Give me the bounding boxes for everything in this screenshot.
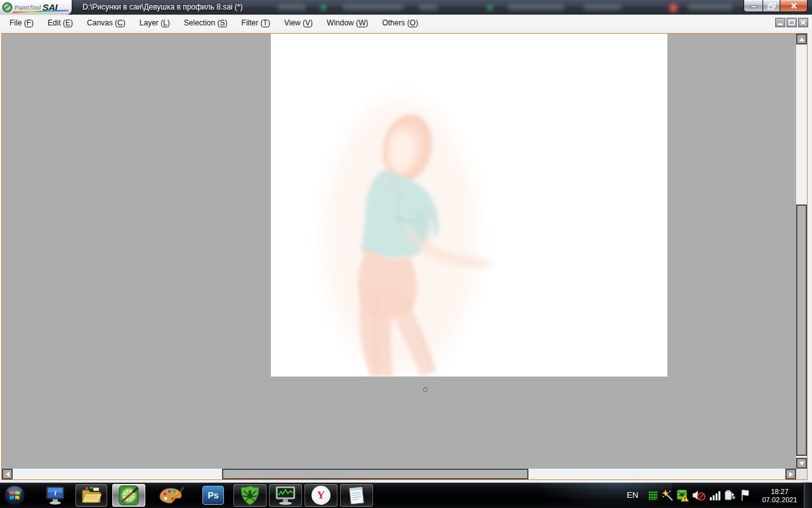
close-button[interactable] [780, 0, 808, 12]
menu-filter[interactable]: Filter (T) [235, 15, 277, 30]
photoshop-icon: Ps [202, 486, 224, 505]
yandex-browser-icon: Y [311, 486, 331, 505]
canvas-document-view [1, 33, 808, 480]
menu-edit[interactable]: Edit (E) [41, 15, 80, 30]
logo-brand-text: PaintTool [15, 4, 41, 11]
sai-logo-icon [2, 2, 13, 13]
dr-web-warning-icon[interactable] [676, 489, 689, 502]
window-titlebar[interactable]: PaintTool SAI D:\Рисунки в саи\Девушка в… [0, 0, 812, 15]
document-window-controls [775, 18, 808, 27]
doc-minimize-button[interactable] [775, 18, 785, 27]
menu-bar: File (F) Edit (E) Canvas (C) Layer (L) S… [0, 15, 812, 30]
network-signal-icon[interactable] [709, 490, 721, 500]
menu-others[interactable]: Others (O) [375, 15, 425, 30]
desktop-screen: PaintTool SAI D:\Рисунки в саи\Девушка в… [0, 0, 812, 508]
taskbar: i [0, 483, 812, 508]
left-arrow-icon [6, 472, 10, 477]
doc-close-button[interactable] [798, 18, 808, 27]
scrollbar-corner [796, 469, 807, 479]
minimize-button[interactable] [743, 0, 763, 12]
menu-canvas[interactable]: Canvas (C) [80, 15, 133, 30]
window-title: D:\Рисунки в саи\Девушка в профиль 8.sai… [82, 0, 243, 15]
taskbar-notepad-button[interactable] [340, 484, 373, 507]
menu-window[interactable]: Window (W) [320, 15, 375, 30]
taskbar-explorer-button[interactable] [75, 484, 107, 507]
doc-maximize-button[interactable] [787, 18, 797, 27]
taskbar-palette-button[interactable] [157, 486, 185, 505]
taskbar-resource-monitor-button[interactable] [269, 484, 302, 507]
down-arrow-icon [799, 462, 804, 465]
figure-sketch [271, 34, 667, 377]
taskbar-clock[interactable]: 18:27 07.02.2021 [756, 483, 803, 508]
restore-button[interactable] [763, 0, 780, 12]
horizontal-scroll-thumb[interactable] [222, 469, 528, 479]
menu-view[interactable]: View (V) [277, 15, 320, 30]
scroll-left-button[interactable] [2, 469, 13, 479]
taskbar-yandex-browser-button[interactable]: Y [304, 484, 337, 507]
scroll-right-button[interactable] [785, 469, 796, 479]
menu-file[interactable]: File (F) [3, 15, 41, 30]
start-button[interactable] [4, 485, 25, 506]
language-indicator[interactable]: EN [627, 483, 638, 508]
vertical-scrollbar[interactable] [796, 34, 807, 469]
clock-time: 18:27 [756, 488, 803, 495]
taskbar-system-info-button[interactable]: i [44, 486, 66, 505]
up-arrow-icon [799, 37, 804, 41]
scroll-up-button[interactable] [796, 34, 807, 44]
paint-palette-icon [158, 486, 185, 505]
grid-indicator-icon[interactable] [648, 490, 658, 500]
taskbar-photoshop-button[interactable]: Ps [202, 486, 225, 505]
menu-selection[interactable]: Selection (S) [177, 15, 235, 30]
app-logo: PaintTool SAI [0, 0, 72, 15]
brush-cursor [423, 387, 428, 392]
show-desktop-button[interactable] [804, 483, 812, 508]
folder-explorer-icon [81, 486, 102, 505]
windows-logo-icon [4, 485, 25, 506]
canvas-workspace [2, 34, 796, 469]
horizontal-scrollbar[interactable] [2, 469, 796, 479]
taskbar-painttool-sai-button[interactable] [112, 484, 145, 507]
action-center-flag-icon[interactable] [740, 490, 751, 501]
usb-device-icon[interactable] [724, 490, 735, 501]
dr-web-shield-icon [240, 485, 260, 505]
application-client-area [0, 30, 812, 483]
paint-canvas[interactable] [271, 34, 667, 377]
painttool-sai-icon [119, 485, 139, 505]
vertical-scroll-thumb[interactable] [796, 204, 807, 456]
resource-monitor-icon [275, 485, 296, 505]
menu-layer[interactable]: Layer (L) [133, 15, 177, 30]
right-arrow-icon [789, 472, 793, 477]
system-info-monitor-icon: i [45, 486, 65, 505]
magic-wand-icon[interactable] [661, 489, 674, 502]
clock-date: 07.02.2021 [756, 496, 803, 504]
volume-muted-icon[interactable] [691, 490, 705, 501]
notepad-icon [346, 485, 367, 505]
scroll-down-button[interactable] [796, 458, 807, 469]
window-controls [743, 0, 808, 12]
taskbar-drweb-button[interactable] [233, 484, 266, 507]
